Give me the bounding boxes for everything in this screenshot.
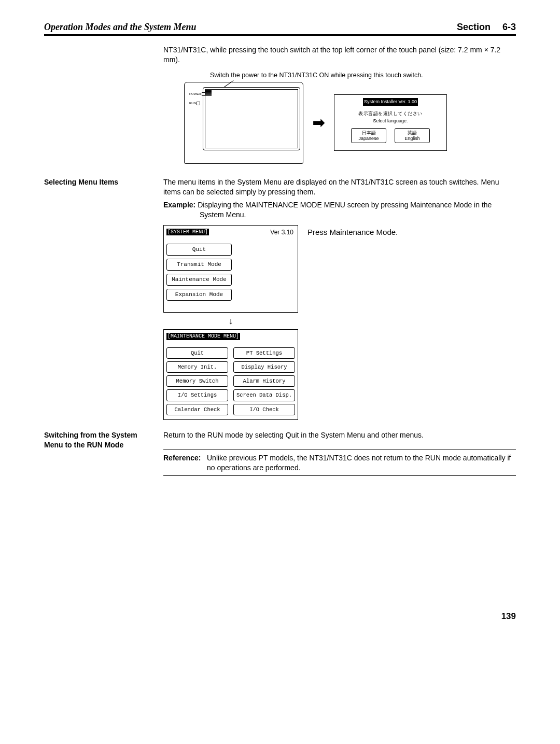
led-run: RUN (189, 102, 200, 105)
down-arrow-icon: ↓ (163, 315, 298, 327)
installer-jp-line: 表示言語を選択してください (338, 110, 443, 117)
maint-item-pt-settings[interactable]: PT Settings (233, 347, 295, 359)
selecting-paragraph: The menu items in the System Menu are di… (163, 177, 516, 197)
installer-title: System Installer Ver. 1.00 (363, 98, 418, 105)
maint-item-quit[interactable]: Quit (166, 347, 228, 359)
right-arrow-icon: ➡ (313, 113, 325, 133)
lang-button-english[interactable]: 英語 English (395, 128, 430, 144)
menu-item-expansion-mode[interactable]: Expansion Mode (166, 289, 232, 301)
lang-jp-bot: Japanese (353, 136, 385, 142)
led-power: POWER (189, 92, 205, 96)
maintenance-mode-menu-panel: [MAINTENANCE MODE MENU] Quit PT Settings… (163, 329, 298, 420)
reference-label: Reference: (163, 453, 207, 463)
maint-item-alarm-history[interactable]: Alarm History (233, 375, 295, 387)
header-title: Operation Modes and the System Menu (44, 21, 197, 33)
maint-item-display-history[interactable]: Display Hisory (233, 361, 295, 373)
maint-item-io-settings[interactable]: I/O Settings (166, 389, 228, 401)
page-header: Operation Modes and the System Menu Sect… (44, 21, 516, 36)
maint-menu-title: [MAINTENANCE MODE MENU] (166, 333, 240, 340)
maint-item-screen-data-disp[interactable]: Screen Data Disp. (233, 389, 295, 401)
system-installer-panel: System Installer Ver. 1.00 表示言語を選択してください… (334, 94, 447, 151)
lang-jp-top: 日本語 (353, 130, 385, 136)
example-line: Example: Displaying the MAINTENANCE MODE… (163, 200, 516, 220)
maint-item-memory-init[interactable]: Memory Init. (166, 361, 228, 373)
maint-item-memory-switch[interactable]: Memory Switch (166, 375, 228, 387)
press-maintenance-note: Press Maintenance Mode. (307, 225, 398, 237)
section-number: 6-3 (502, 21, 516, 33)
system-menu-panel: [SYSTEM MENU] Ver 3.10 Quit Transmit Mod… (163, 225, 298, 313)
page-number: 139 (44, 611, 516, 623)
menu-item-quit[interactable]: Quit (166, 244, 232, 256)
lang-en-top: 英語 (396, 130, 428, 136)
system-menu-version: Ver 3.10 (270, 228, 293, 236)
side-heading-switching: Switching from the System Menu to the RU… (44, 430, 163, 450)
intro-paragraph: NT31/NT31C, while pressing the touch swi… (163, 45, 516, 65)
example-label: Example: (163, 201, 195, 209)
side-heading-selecting: Selecting Menu Items (44, 177, 163, 187)
menu-item-transmit-mode[interactable]: Transmit Mode (166, 259, 232, 271)
touchpanel-illustration: POWER RUN (184, 82, 303, 164)
lang-button-japanese[interactable]: 日本語 Japanese (351, 128, 386, 144)
touch-switch-corner (205, 90, 212, 96)
figure-touchpanel-row: POWER RUN ➡ System Installer Ver. 1.00 表… (184, 82, 516, 164)
system-menu-title: [SYSTEM MENU] (166, 229, 209, 236)
reference-text: Unlike previous PT models, the NT31/NT31… (207, 453, 516, 473)
installer-en-line: Select language. (338, 118, 443, 124)
figure-caption: Switch the power to the NT31/NT31C ON wh… (210, 71, 516, 80)
maint-item-io-check[interactable]: I/O Check (233, 404, 295, 415)
lang-en-bot: English (396, 136, 428, 142)
reference-block: Reference: Unlike previous PT models, th… (163, 450, 516, 476)
menu-item-maintenance-mode[interactable]: Maintenance Mode (166, 274, 232, 286)
section-word: Section (457, 22, 491, 32)
maint-item-calendar-check[interactable]: Calendar Check (166, 404, 228, 415)
example-text: Displaying the MAINTENANCE MODE MENU scr… (198, 201, 492, 219)
header-section: Section 6-3 (457, 21, 516, 33)
switching-paragraph: Return to the RUN mode by selecting Quit… (163, 430, 516, 440)
